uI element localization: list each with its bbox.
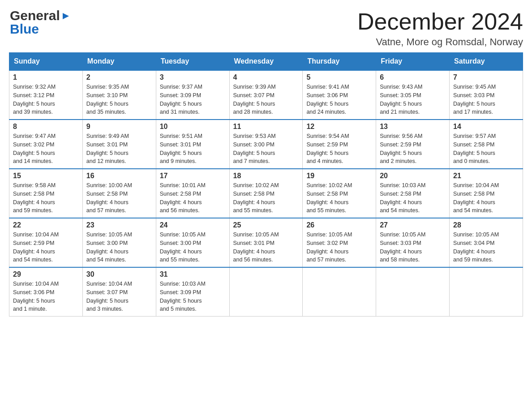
day-number: 24	[160, 221, 226, 229]
day-info: Sunrise: 9:41 AMSunset: 3:06 PMDaylight:…	[306, 83, 372, 116]
day-number: 26	[306, 221, 372, 229]
table-row: 27 Sunrise: 10:05 AMSunset: 3:03 PMDayli…	[376, 218, 450, 267]
day-info: Sunrise: 10:05 AMSunset: 3:03 PMDaylight…	[380, 231, 446, 264]
table-row: 2 Sunrise: 9:35 AMSunset: 3:10 PMDayligh…	[82, 70, 156, 120]
day-info: Sunrise: 10:04 AMSunset: 2:59 PMDaylight…	[13, 231, 79, 264]
table-row	[303, 267, 376, 317]
page-header: General Blue December 2024 Vatne, More o…	[9, 9, 523, 48]
day-info: Sunrise: 10:05 AMSunset: 3:01 PMDaylight…	[233, 231, 299, 264]
svg-marker-0	[63, 13, 69, 19]
table-row: 22 Sunrise: 10:04 AMSunset: 2:59 PMDayli…	[9, 218, 83, 267]
table-row: 23 Sunrise: 10:05 AMSunset: 3:00 PMDayli…	[82, 218, 156, 267]
day-number: 27	[380, 221, 446, 229]
table-row: 9 Sunrise: 9:49 AMSunset: 3:01 PMDayligh…	[82, 120, 156, 169]
day-number: 9	[86, 123, 152, 131]
day-info: Sunrise: 9:45 AMSunset: 3:03 PMDaylight:…	[453, 83, 519, 116]
table-row	[376, 267, 450, 317]
day-info: Sunrise: 9:43 AMSunset: 3:05 PMDaylight:…	[380, 83, 446, 116]
logo-general-label: General	[10, 9, 60, 22]
table-row: 24 Sunrise: 10:05 AMSunset: 3:00 PMDayli…	[156, 218, 229, 267]
table-row: 29 Sunrise: 10:04 AMSunset: 3:06 PMDayli…	[9, 267, 83, 317]
day-number: 30	[86, 270, 152, 278]
day-number: 20	[380, 172, 446, 180]
day-number: 5	[306, 73, 372, 81]
col-tuesday: Tuesday	[156, 53, 229, 71]
calendar-table: Sunday Monday Tuesday Wednesday Thursday…	[9, 52, 523, 317]
month-title: December 2024	[357, 9, 523, 34]
day-number: 31	[160, 270, 226, 278]
col-wednesday: Wednesday	[229, 53, 303, 71]
day-info: Sunrise: 10:05 AMSunset: 3:04 PMDaylight…	[453, 231, 519, 264]
day-info: Sunrise: 9:35 AMSunset: 3:10 PMDaylight:…	[86, 83, 152, 116]
day-number: 12	[306, 123, 372, 131]
table-row: 11 Sunrise: 9:53 AMSunset: 3:00 PMDaylig…	[229, 120, 303, 169]
table-row: 6 Sunrise: 9:43 AMSunset: 3:05 PMDayligh…	[376, 70, 450, 120]
day-info: Sunrise: 10:05 AMSunset: 3:02 PMDaylight…	[306, 231, 372, 264]
day-info: Sunrise: 9:49 AMSunset: 3:01 PMDaylight:…	[86, 132, 152, 166]
table-row: 18 Sunrise: 10:02 AMSunset: 2:58 PMDayli…	[229, 169, 303, 218]
table-row: 31 Sunrise: 10:03 AMSunset: 3:09 PMDayli…	[156, 267, 229, 317]
logo-blue-label: Blue	[10, 22, 39, 36]
table-row: 16 Sunrise: 10:00 AMSunset: 2:58 PMDayli…	[82, 169, 156, 218]
table-row: 26 Sunrise: 10:05 AMSunset: 3:02 PMDayli…	[303, 218, 376, 267]
day-info: Sunrise: 9:58 AMSunset: 2:58 PMDaylight:…	[13, 181, 79, 215]
day-info: Sunrise: 9:39 AMSunset: 3:07 PMDaylight:…	[233, 83, 299, 116]
day-number: 29	[13, 270, 79, 278]
day-number: 10	[160, 123, 226, 131]
logo-general-text: General	[10, 9, 71, 22]
logo-arrow-icon	[61, 11, 71, 21]
table-row: 21 Sunrise: 10:04 AMSunset: 2:58 PMDayli…	[450, 169, 523, 218]
day-number: 23	[86, 221, 152, 229]
day-info: Sunrise: 9:32 AMSunset: 3:12 PMDaylight:…	[13, 83, 79, 116]
calendar-header-row: Sunday Monday Tuesday Wednesday Thursday…	[9, 53, 523, 71]
day-info: Sunrise: 10:05 AMSunset: 3:00 PMDaylight…	[160, 231, 226, 264]
day-number: 11	[233, 123, 299, 131]
day-info: Sunrise: 9:54 AMSunset: 2:59 PMDaylight:…	[306, 132, 372, 166]
col-thursday: Thursday	[303, 53, 376, 71]
day-info: Sunrise: 10:01 AMSunset: 2:58 PMDaylight…	[160, 181, 226, 215]
day-info: Sunrise: 10:05 AMSunset: 3:00 PMDaylight…	[86, 231, 152, 264]
calendar-week-row: 22 Sunrise: 10:04 AMSunset: 2:59 PMDayli…	[9, 218, 523, 267]
day-number: 14	[453, 123, 519, 131]
calendar-week-row: 29 Sunrise: 10:04 AMSunset: 3:06 PMDayli…	[9, 267, 523, 317]
table-row: 20 Sunrise: 10:03 AMSunset: 2:58 PMDayli…	[376, 169, 450, 218]
day-number: 6	[380, 73, 446, 81]
title-area: December 2024 Vatne, More og Romsdal, No…	[357, 9, 523, 48]
location-title: Vatne, More og Romsdal, Norway	[357, 36, 523, 48]
day-number: 22	[13, 221, 79, 229]
table-row: 17 Sunrise: 10:01 AMSunset: 2:58 PMDayli…	[156, 169, 229, 218]
calendar-week-row: 8 Sunrise: 9:47 AMSunset: 3:02 PMDayligh…	[9, 120, 523, 169]
table-row: 3 Sunrise: 9:37 AMSunset: 3:09 PMDayligh…	[156, 70, 229, 120]
table-row	[229, 267, 303, 317]
day-number: 1	[13, 73, 79, 81]
day-number: 17	[160, 172, 226, 180]
table-row: 5 Sunrise: 9:41 AMSunset: 3:06 PMDayligh…	[303, 70, 376, 120]
table-row: 8 Sunrise: 9:47 AMSunset: 3:02 PMDayligh…	[9, 120, 83, 169]
table-row: 30 Sunrise: 10:04 AMSunset: 3:07 PMDayli…	[82, 267, 156, 317]
day-number: 28	[453, 221, 519, 229]
day-info: Sunrise: 9:37 AMSunset: 3:09 PMDaylight:…	[160, 83, 226, 116]
day-info: Sunrise: 10:03 AMSunset: 2:58 PMDaylight…	[380, 181, 446, 215]
table-row: 1 Sunrise: 9:32 AMSunset: 3:12 PMDayligh…	[9, 70, 83, 120]
day-info: Sunrise: 10:00 AMSunset: 2:58 PMDaylight…	[86, 181, 152, 215]
day-number: 16	[86, 172, 152, 180]
day-number: 15	[13, 172, 79, 180]
table-row	[450, 267, 523, 317]
day-info: Sunrise: 10:04 AMSunset: 3:07 PMDaylight…	[86, 280, 152, 313]
day-info: Sunrise: 10:04 AMSunset: 3:06 PMDaylight…	[13, 280, 79, 313]
day-number: 18	[233, 172, 299, 180]
day-number: 3	[160, 73, 226, 81]
day-number: 2	[86, 73, 152, 81]
day-number: 7	[453, 73, 519, 81]
table-row: 7 Sunrise: 9:45 AMSunset: 3:03 PMDayligh…	[450, 70, 523, 120]
table-row: 15 Sunrise: 9:58 AMSunset: 2:58 PMDaylig…	[9, 169, 83, 218]
col-saturday: Saturday	[450, 53, 523, 71]
day-number: 19	[306, 172, 372, 180]
col-sunday: Sunday	[9, 53, 83, 71]
table-row: 10 Sunrise: 9:51 AMSunset: 3:01 PMDaylig…	[156, 120, 229, 169]
table-row: 25 Sunrise: 10:05 AMSunset: 3:01 PMDayli…	[229, 218, 303, 267]
day-number: 21	[453, 172, 519, 180]
table-row: 19 Sunrise: 10:02 AMSunset: 2:58 PMDayli…	[303, 169, 376, 218]
col-monday: Monday	[82, 53, 156, 71]
day-info: Sunrise: 10:04 AMSunset: 2:58 PMDaylight…	[453, 181, 519, 215]
